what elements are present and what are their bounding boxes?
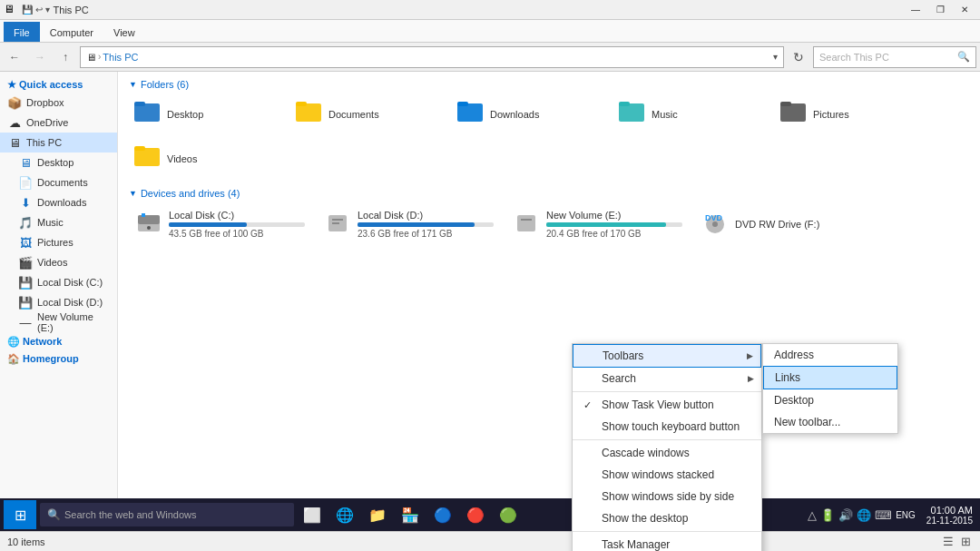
ctx-cascade[interactable]: Cascade windows [573, 442, 761, 464]
svg-rect-15 [142, 213, 145, 217]
tray-keyboard[interactable]: ⌨ [875, 508, 892, 522]
sidebar-item-onedrive[interactable]: ☁ OneDrive [0, 113, 117, 133]
sidebar-label-videos: Videos [37, 257, 67, 268]
tab-computer[interactable]: Computer [40, 22, 103, 42]
address-bar: ← → ↑ 🖥 › This PC ▾ ↻ Search This PC 🔍 [0, 43, 980, 72]
sidebar-label-newvol: New Volume (E:) [37, 311, 110, 333]
drive-item-1[interactable]: Local Disk (D:) 23.6 GB free of 171 GB [318, 204, 499, 243]
taskbar-app2[interactable]: 🔴 [461, 500, 490, 529]
folder-label: Music [652, 109, 678, 120]
ctx-toolbars[interactable]: Toolbars [573, 344, 761, 368]
sidebar-item-music[interactable]: 🎵 Music [0, 212, 117, 232]
onedrive-icon: ☁ [7, 115, 22, 130]
folder-item-pictures[interactable]: Pictures [775, 95, 929, 133]
sidebar-item-thispc[interactable]: 🖥 This PC [0, 133, 117, 153]
minimize-button[interactable]: — [904, 2, 927, 18]
taskbar-store[interactable]: 🏪 [396, 500, 425, 529]
back-button[interactable]: ← [4, 46, 25, 68]
ctx-check-taskview: ✓ [583, 399, 596, 411]
locald-icon: 💾 [18, 295, 33, 310]
sidebar-item-desktop[interactable]: 🖥 Desktop [0, 153, 117, 172]
restore-button[interactable]: ❐ [928, 2, 952, 18]
ctx-taskview[interactable]: ✓ Show Task View button [573, 394, 761, 416]
sidebar-item-documents[interactable]: 📄 Documents [0, 172, 117, 192]
submenu-newtoolbar[interactable]: New toolbar... [763, 411, 897, 433]
desktop-icon: 🖥 [18, 155, 33, 170]
taskbar-edge[interactable]: 🌐 [330, 500, 359, 529]
drive-item-2[interactable]: New Volume (E:) 20.4 GB free of 170 GB [506, 204, 688, 243]
ctx-stacked[interactable]: Show windows stacked [573, 464, 761, 486]
folder-item-desktop[interactable]: Desktop [129, 95, 283, 133]
tray-up-arrow[interactable]: △ [808, 508, 817, 522]
address-box[interactable]: 🖥 › This PC ▾ [80, 46, 784, 68]
sidebar-item-localc[interactable]: 💾 Local Disk (C:) [0, 272, 117, 292]
forward-button[interactable]: → [29, 46, 51, 68]
sidebar: ★ Quick access 📦 Dropbox ☁ OneDrive 🖥 Th… [0, 72, 118, 532]
ctx-keyboard[interactable]: Show touch keyboard button [573, 416, 761, 438]
submenu-desktop[interactable]: Desktop [763, 389, 897, 411]
search-box[interactable]: Search This PC 🔍 [813, 46, 976, 68]
sidebar-label-dropbox: Dropbox [26, 97, 64, 108]
folder-item-music[interactable]: Music [613, 95, 768, 133]
sidebar-item-videos[interactable]: 🎬 Videos [0, 252, 117, 272]
sidebar-label-thispc: This PC [26, 137, 62, 148]
tray-lang[interactable]: ENG [896, 510, 916, 520]
svg-rect-3 [296, 102, 307, 106]
drive-item-3[interactable]: DVD DVD RW Drive (F:) [695, 204, 877, 243]
taskbar-app1[interactable]: 🔵 [428, 500, 457, 529]
ctx-divider-2 [573, 439, 761, 440]
taskbar-explorer[interactable]: 📁 [363, 500, 392, 529]
tab-file[interactable]: File [4, 22, 40, 42]
sidebar-item-newvol[interactable]: — New Volume (E:) [0, 312, 117, 332]
sidebar-label-downloads: Downloads [37, 197, 86, 208]
taskbar-app3[interactable]: 🟢 [494, 500, 523, 529]
ctx-sidebyside[interactable]: Show windows side by side [573, 486, 761, 507]
search-icon[interactable]: 🔍 [957, 51, 970, 63]
folders-section-header[interactable]: ▼ Folders (6) [129, 79, 969, 90]
sidebar-label-documents: Documents [37, 177, 88, 188]
drive-info-0: Local Disk (C:) 43.5 GB free of 100 GB [169, 210, 305, 239]
taskbar-clock[interactable]: 01:00 AM 21-11-2015 [923, 505, 976, 526]
list-view-button[interactable]: ☰ [941, 533, 956, 550]
window-title: This PC [54, 5, 904, 15]
status-bar: 10 items ☰ ⊞ [0, 531, 980, 551]
submenu: Address Links Desktop New toolbar... [762, 343, 898, 434]
tab-view[interactable]: View [103, 22, 145, 42]
documents-icon: 📄 [18, 175, 33, 190]
drive-name-2: New Volume (E:) [546, 210, 682, 221]
submenu-address[interactable]: Address [763, 344, 897, 366]
quick-access-toolbar: 💾 ↩ ▾ [22, 5, 50, 15]
folder-item-downloads[interactable]: Downloads [452, 95, 606, 133]
taskview-button[interactable]: ⬜ [298, 500, 327, 529]
ctx-taskmanager[interactable]: Task Manager [573, 534, 761, 551]
folder-label: Videos [167, 153, 197, 164]
ctx-label-stacked: Show windows stacked [602, 468, 750, 481]
sidebar-item-locald[interactable]: 💾 Local Disk (D:) [0, 292, 117, 312]
grid-view-button[interactable]: ⊞ [959, 533, 973, 550]
drive-item-0[interactable]: Local Disk (C:) 43.5 GB free of 100 GB [129, 204, 310, 243]
sidebar-label-onedrive: OneDrive [26, 117, 68, 128]
sidebar-item-dropbox[interactable]: 📦 Dropbox [0, 93, 117, 113]
folder-item-videos[interactable]: Videos [129, 140, 283, 177]
address-dropdown[interactable]: ▾ [773, 52, 778, 62]
start-button[interactable]: ⊞ [4, 500, 36, 529]
dropbox-icon: 📦 [7, 95, 22, 110]
svg-rect-17 [332, 219, 343, 221]
folder-item-documents[interactable]: Documents [290, 95, 445, 133]
refresh-button[interactable]: ↻ [788, 46, 809, 68]
tray-sound[interactable]: 🔊 [838, 508, 853, 522]
drive-free-0: 43.5 GB free of 100 GB [169, 229, 305, 239]
up-button[interactable]: ↑ [54, 46, 76, 68]
taskbar-search[interactable]: 🔍 Search the web and Windows [40, 503, 294, 526]
localc-icon: 💾 [18, 275, 33, 290]
sidebar-item-downloads[interactable]: ⬇ Downloads [0, 192, 117, 212]
drives-section-header[interactable]: ▼ Devices and drives (4) [129, 188, 969, 199]
ctx-showdesktop[interactable]: Show the desktop [573, 507, 761, 529]
submenu-links[interactable]: Links [763, 366, 897, 389]
tray-network[interactable]: 🌐 [857, 508, 871, 522]
close-button[interactable]: ✕ [953, 2, 976, 18]
sidebar-item-pictures[interactable]: 🖼 Pictures [0, 232, 117, 252]
ctx-search[interactable]: Search [573, 368, 761, 389]
clock-time: 01:00 AM [926, 505, 973, 516]
tray-battery[interactable]: 🔋 [820, 508, 835, 522]
